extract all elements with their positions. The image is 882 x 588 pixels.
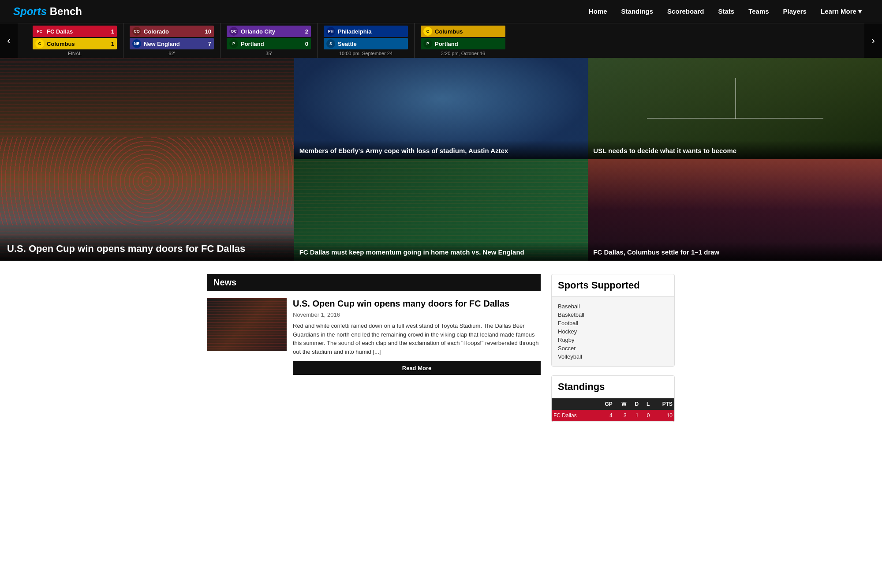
score-game-3: OC Orlando City 2 P Portland 0 35' xyxy=(220,23,318,58)
score-game-2: CO Colorado 10 NE New England 7 62' xyxy=(123,23,220,58)
game-status: 62' xyxy=(130,51,214,56)
team-score: 7 xyxy=(203,41,211,47)
sport-list-item: Soccer xyxy=(558,344,668,352)
news-article-date: November 1, 2016 xyxy=(293,311,541,318)
scoreboard-next-button[interactable]: › xyxy=(864,23,882,58)
featured-main-image xyxy=(0,58,294,261)
team-name: FC Dallas xyxy=(47,28,103,35)
nav-item-home[interactable]: Home xyxy=(582,0,614,22)
score-team-row: C Columbus 1 xyxy=(33,38,117,49)
content-area: News U.S. Open Cup win opens many doors … xyxy=(198,274,684,431)
team-score: 10 xyxy=(203,28,211,35)
featured-sub-caption-3: FC Dallas must keep momentum going in ho… xyxy=(294,242,588,261)
standings-title: Standings xyxy=(552,376,674,398)
standings-tbody: FC Dallas 4 3 1 0 10 xyxy=(552,410,674,422)
standing-w: 3 xyxy=(614,410,628,422)
featured-main-article[interactable]: U.S. Open Cup win opens many doors for F… xyxy=(0,58,294,261)
team-name: New England xyxy=(144,41,200,47)
featured-sub-1[interactable]: Members of Eberly's Army cope with loss … xyxy=(294,58,588,159)
score-game-4: PH Philadelphia S Seattle 10:00 pm, Sept… xyxy=(318,23,415,58)
col-w: W xyxy=(614,398,628,410)
nav-item-teams[interactable]: Teams xyxy=(741,0,776,22)
sport-list-item: Baseball xyxy=(558,302,668,311)
standings-row: FC Dallas 4 3 1 0 10 xyxy=(552,410,674,422)
col-team xyxy=(552,398,596,410)
scoreboard-prev-button[interactable]: ‹ xyxy=(0,23,18,58)
team-name: Columbus xyxy=(47,41,103,47)
nav-item-learn-more[interactable]: Learn More ▾ xyxy=(814,0,869,22)
featured-sub-2[interactable]: USL needs to decide what it wants to bec… xyxy=(588,58,882,159)
logo-sports: Sports xyxy=(13,5,47,17)
score-team-row: C Columbus xyxy=(421,26,505,37)
col-gp: GP xyxy=(596,398,614,410)
score-team-row: S Seattle xyxy=(324,38,408,49)
standings-table: GP W D L PTS FC Dallas 4 3 1 0 10 xyxy=(552,398,674,422)
news-article-excerpt: Red and white confetti rained down on a … xyxy=(293,322,541,356)
read-more-button[interactable]: Read More xyxy=(293,361,541,375)
col-pts: PTS xyxy=(651,398,674,410)
col-d: D xyxy=(628,398,640,410)
standing-gp: 4 xyxy=(596,410,614,422)
score-team-row: P Portland 0 xyxy=(227,38,311,49)
featured-main-caption: U.S. Open Cup win opens many doors for F… xyxy=(0,234,294,261)
team-score: 0 xyxy=(300,41,308,47)
game-status: 35' xyxy=(227,51,311,56)
score-team-row: PH Philadelphia xyxy=(324,26,408,37)
featured-section: U.S. Open Cup win opens many doors for F… xyxy=(0,58,882,261)
nav-item-scoreboard[interactable]: Scoreboard xyxy=(660,0,711,22)
sport-list-item: Volleyball xyxy=(558,352,668,361)
scoreboard-bar: ‹ FC FC Dallas 1 C Columbus 1 FINAL CO C… xyxy=(0,23,882,58)
game-status: 10:00 pm, September 24 xyxy=(324,51,408,56)
score-team-row: CO Colorado 10 xyxy=(130,26,214,37)
featured-sub-3[interactable]: FC Dallas must keep momentum going in ho… xyxy=(294,159,588,261)
team-badge-seattle: S xyxy=(326,39,335,48)
score-game-1: FC FC Dallas 1 C Columbus 1 FINAL xyxy=(26,23,123,58)
sport-list-item: Football xyxy=(558,319,668,327)
team-badge-fcdallas: FC xyxy=(35,27,44,36)
standing-l: 0 xyxy=(640,410,651,422)
standing-d: 1 xyxy=(628,410,640,422)
team-name: Seattle xyxy=(338,41,405,47)
score-team-row: FC FC Dallas 1 xyxy=(33,26,117,37)
team-name: Colorado xyxy=(144,28,200,35)
sports-supported-body: BaseballBasketballFootballHockeyRugbySoc… xyxy=(552,297,674,366)
nav-item-players[interactable]: Players xyxy=(776,0,814,22)
nav-links: Home Standings Scoreboard Stats Teams Pl… xyxy=(582,0,869,22)
news-item: U.S. Open Cup win opens many doors for F… xyxy=(207,298,541,375)
standing-team-name: FC Dallas xyxy=(552,410,596,422)
sports-supported-title: Sports Supported xyxy=(552,274,674,297)
nav-item-stats[interactable]: Stats xyxy=(711,0,741,22)
site-logo: Sports Bench xyxy=(13,5,82,18)
team-badge-columbus2: C xyxy=(423,27,432,36)
featured-sub-4[interactable]: FC Dallas, Columbus settle for 1–1 draw xyxy=(588,159,882,261)
news-section-header: News xyxy=(207,274,541,291)
team-badge-colorado: CO xyxy=(132,27,141,36)
team-badge-portland: P xyxy=(229,39,238,48)
standings-header-row: GP W D L PTS xyxy=(552,398,674,410)
news-article-content: U.S. Open Cup win opens many doors for F… xyxy=(293,298,541,375)
team-badge-columbus: C xyxy=(35,39,44,48)
standing-pts: 10 xyxy=(651,410,674,422)
standings-body: GP W D L PTS FC Dallas 4 3 1 0 10 xyxy=(552,398,674,422)
main-nav: Sports Bench Home Standings Scoreboard S… xyxy=(0,0,882,23)
news-section: News U.S. Open Cup win opens many doors … xyxy=(207,274,541,431)
team-score: 1 xyxy=(106,28,114,35)
news-article-title: U.S. Open Cup win opens many doors for F… xyxy=(293,298,541,309)
sport-list-item: Rugby xyxy=(558,336,668,344)
news-thumbnail xyxy=(207,298,287,351)
game-status: 3:20 pm, October 16 xyxy=(421,51,505,56)
score-game-5: C Columbus P Portland 3:20 pm, October 1… xyxy=(415,23,512,58)
team-name: Columbus xyxy=(435,28,503,35)
score-team-row: P Portland xyxy=(421,38,505,49)
team-name: Philadelphia xyxy=(338,28,405,35)
team-score: 2 xyxy=(300,28,308,35)
team-badge-newengland: NE xyxy=(132,39,141,48)
sports-supported-widget: Sports Supported BaseballBasketballFootb… xyxy=(551,274,675,367)
nav-item-standings[interactable]: Standings xyxy=(614,0,661,22)
sports-list: BaseballBasketballFootballHockeyRugbySoc… xyxy=(558,302,668,361)
featured-sub-caption-4: FC Dallas, Columbus settle for 1–1 draw xyxy=(588,242,882,261)
team-badge-portland2: P xyxy=(423,39,432,48)
sidebar: Sports Supported BaseballBasketballFootb… xyxy=(551,274,675,431)
game-status: FINAL xyxy=(33,51,117,56)
team-name: Orlando City xyxy=(241,28,297,35)
